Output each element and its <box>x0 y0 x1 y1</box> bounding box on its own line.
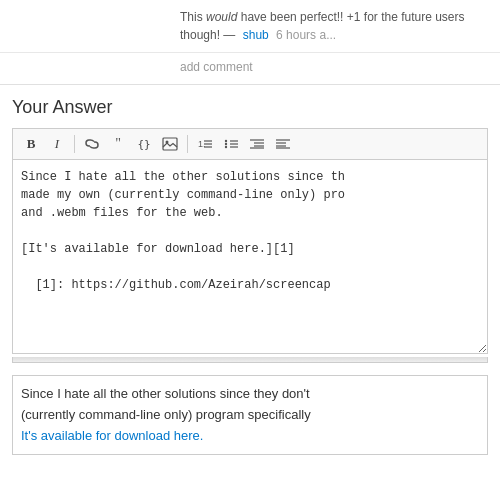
answer-editor[interactable]: Since I hate all the other solutions sin… <box>12 159 488 354</box>
preview-text-line2: (currently command-line only) program sp… <box>21 405 479 426</box>
toolbar-divider-2 <box>187 135 188 153</box>
italic-word: would <box>206 10 237 24</box>
svg-point-7 <box>225 143 227 145</box>
add-comment-link[interactable]: add comment <box>180 60 253 74</box>
code-button[interactable]: {} <box>132 133 156 155</box>
comment-timestamp: 6 hours a... <box>276 28 336 42</box>
preview-download-link[interactable]: It's available for download here. <box>21 428 203 443</box>
editor-wrapper: Since I hate all the other solutions sin… <box>12 159 488 363</box>
editor-toolbar: B I " {} 1. <box>12 128 488 159</box>
svg-rect-0 <box>163 138 177 150</box>
link-button[interactable] <box>80 133 104 155</box>
blockquote-button[interactable]: " <box>106 133 130 155</box>
comment-user-link[interactable]: shub <box>243 28 269 42</box>
ordered-list-button[interactable]: 1. <box>193 133 217 155</box>
your-answer-title: Your Answer <box>12 97 488 118</box>
preview-text-line1: Since I hate all the other solutions sin… <box>21 384 479 405</box>
image-button[interactable] <box>158 133 182 155</box>
editor-resize-handle[interactable] <box>12 357 488 363</box>
add-comment-area: add comment <box>0 53 500 85</box>
answer-preview: Since I hate all the other solutions sin… <box>12 375 488 455</box>
toolbar-divider-1 <box>74 135 75 153</box>
italic-button[interactable]: I <box>45 133 69 155</box>
top-comment: This would have been perfect!! +1 for th… <box>0 0 500 53</box>
outdent-button[interactable] <box>271 133 295 155</box>
indent-button[interactable] <box>245 133 269 155</box>
svg-point-6 <box>225 140 227 142</box>
bold-button[interactable]: B <box>19 133 43 155</box>
svg-point-8 <box>225 146 227 148</box>
your-answer-section: Your Answer B I " {} 1. <box>0 85 500 455</box>
unordered-list-button[interactable] <box>219 133 243 155</box>
